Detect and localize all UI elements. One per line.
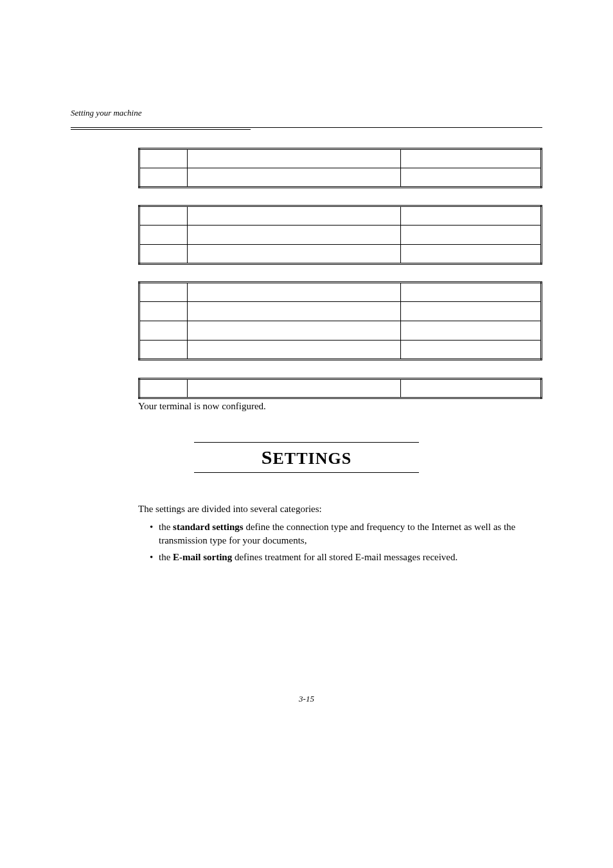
settings-rule-bottom: [194, 472, 419, 473]
settings-title-initial: S: [262, 447, 273, 468]
configured-text: Your terminal is now configured.: [138, 401, 542, 412]
settings-body: The settings are divided into several ca…: [138, 502, 542, 567]
table-row: [139, 283, 542, 302]
table-row: [139, 302, 542, 321]
settings-bullets: the standard settings define the connect…: [138, 520, 542, 563]
table-row: [139, 168, 542, 188]
bullet-prefix: the: [159, 552, 173, 562]
table-row: [139, 206, 542, 226]
bullet-bold: standard settings: [173, 522, 244, 532]
page: Setting your machine Your terminal is no…: [0, 0, 613, 868]
settings-title-rest: ETTINGS: [273, 449, 352, 468]
table-row: [139, 321, 542, 341]
final-table-block: Your terminal is now configured.: [138, 378, 542, 412]
config-tables: [138, 148, 542, 377]
config-table-3: [138, 281, 542, 360]
settings-title: SETTINGS: [71, 443, 542, 472]
table-row: [139, 341, 542, 360]
header: Setting your machine: [71, 108, 542, 118]
bullet-rest: defines treatment for all stored E-mail …: [232, 552, 458, 562]
table-row: [139, 226, 542, 245]
header-rule-short: [71, 129, 251, 130]
config-table-4: [138, 378, 542, 399]
config-table-1: [138, 148, 542, 188]
list-item: the standard settings define the connect…: [150, 520, 542, 547]
bullet-bold: E-mail sorting: [173, 552, 232, 562]
section-label: Setting your machine: [71, 108, 542, 118]
page-number: 3-15: [0, 694, 613, 704]
bullet-prefix: the: [159, 522, 173, 532]
list-item: the E-mail sorting defines treatment for…: [150, 551, 542, 563]
settings-heading-block: SETTINGS: [71, 442, 542, 473]
header-rule-full: [71, 127, 542, 128]
table-row: [139, 245, 542, 264]
config-table-2: [138, 205, 542, 265]
settings-intro: The settings are divided into several ca…: [138, 502, 542, 515]
table-row: [139, 149, 542, 168]
table-row: [139, 379, 542, 398]
